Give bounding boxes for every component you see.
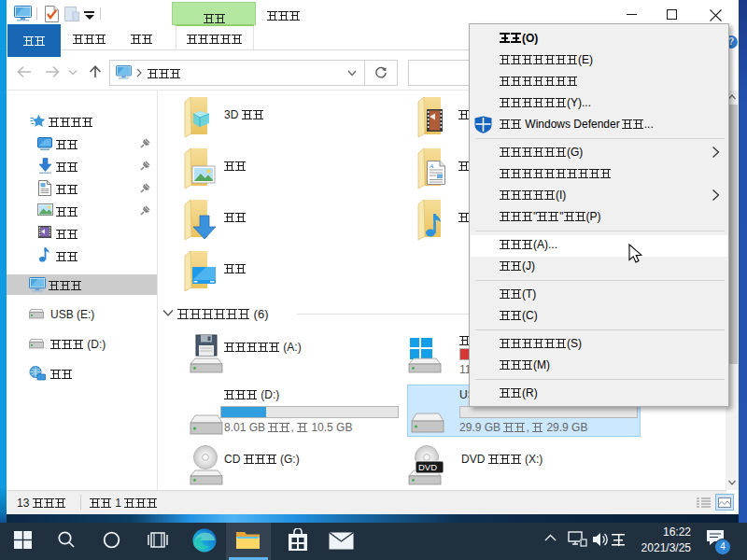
- svg-text:DVD: DVD: [418, 462, 437, 472]
- svg-text:A: A: [429, 162, 434, 170]
